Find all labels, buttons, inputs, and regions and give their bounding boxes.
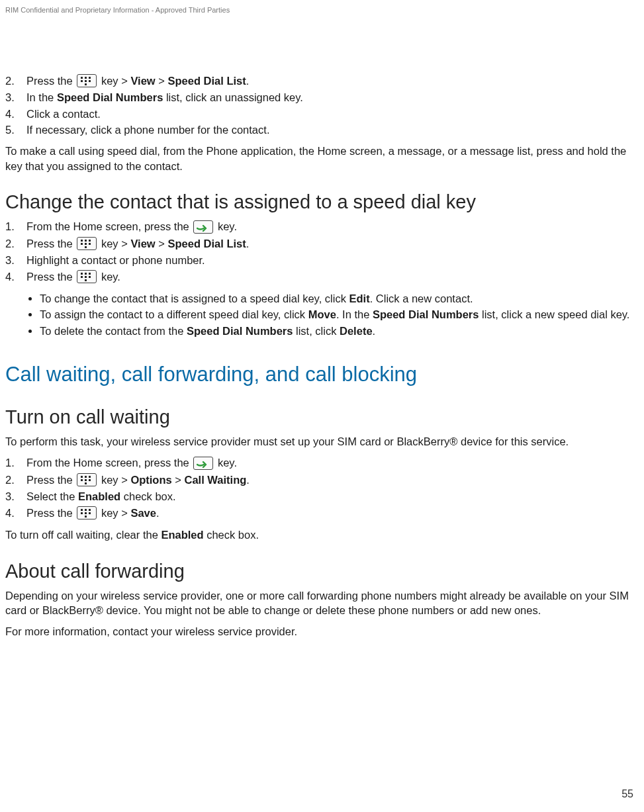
text: key > (98, 507, 130, 519)
text: . In the (336, 308, 373, 320)
list-item: 3. Highlight a contact or phone number. (5, 253, 639, 267)
text: Select the (26, 490, 78, 502)
menu-key-icon (77, 237, 97, 250)
bold-text: Speed Dial Numbers (373, 308, 479, 320)
menu-key-icon (77, 74, 97, 87)
list-body: Select the Enabled check box. (26, 489, 639, 504)
text: In the (26, 91, 57, 103)
bold-text: Enabled (161, 529, 203, 541)
text: . (373, 325, 376, 337)
list-number: 4. (5, 107, 26, 121)
bold-text: View (130, 75, 155, 87)
text: To change the contact that is assigned t… (40, 293, 349, 304)
bold-text: Edit (349, 293, 369, 304)
list-item: 4. Click a contact. (5, 107, 639, 121)
text: key > (98, 238, 130, 249)
bullet-item: To change the contact that is assigned t… (40, 291, 639, 306)
bold-text: Options (130, 474, 171, 486)
text: list, click an unassigned key. (163, 91, 303, 103)
list-item: 2. Press the key > View > Speed Dial Lis… (5, 73, 639, 89)
bold-text: View (130, 238, 155, 249)
list-item: 2. Press the key > Options > Call Waitin… (5, 473, 639, 488)
list-item: 3. Select the Enabled check box. (5, 489, 639, 504)
text: . (246, 238, 250, 249)
text: check box. (120, 490, 175, 502)
text: Press the (26, 75, 75, 87)
list-item: 4. Press the key > Save. (5, 506, 639, 521)
list-number: 2. (5, 473, 26, 487)
list-item: 5. If necessary, click a phone number fo… (5, 122, 639, 137)
list-item: 2. Press the key > View > Speed Dial Lis… (5, 236, 639, 252)
list-number: 3. (5, 90, 26, 105)
list-body: Press the key > View > Speed Dial List. (26, 73, 639, 89)
list-item: 1. From the Home screen, press the key. (5, 219, 639, 235)
page: RIM Confidential and Proprietary Informa… (0, 0, 644, 812)
section-heading-call-forwarding: About call forwarding (5, 559, 639, 584)
list-number: 3. (5, 489, 26, 504)
text: key > (98, 474, 130, 486)
text: Press the (26, 271, 75, 283)
bold-text: Speed Dial Numbers (187, 325, 293, 337)
list-body: If necessary, click a phone number for t… (26, 122, 639, 137)
text: To turn off call waiting, clear the (5, 529, 161, 541)
list-body: From the Home screen, press the key. (26, 219, 639, 235)
list-number: 1. (5, 219, 26, 234)
bold-text: Save (130, 507, 156, 519)
list-body: Click a contact. (26, 107, 639, 121)
text: To delete the contact from the (40, 325, 187, 337)
bold-text: Speed Dial List (168, 75, 246, 87)
ordered-list-top: 2. Press the key > View > Speed Dial Lis… (5, 73, 639, 137)
bullet-list-sec1: To change the contact that is assigned t… (5, 291, 639, 338)
bullet-item: To delete the contact from the Speed Dia… (40, 324, 639, 338)
list-number: 2. (5, 236, 26, 251)
list-item: 4. Press the key. (5, 269, 639, 285)
text: Press the (26, 474, 75, 486)
list-number: 2. (5, 73, 26, 88)
send-key-icon (193, 457, 213, 470)
ordered-list-sec1: 1. From the Home screen, press the key. … (5, 219, 639, 285)
paragraph: Depending on your wireless service provi… (5, 588, 639, 618)
text: To assign the contact to a different spe… (40, 308, 308, 320)
paragraph: To make a call using speed dial, from th… (5, 144, 639, 173)
bold-text: Speed Dial List (168, 238, 246, 249)
menu-key-icon (77, 473, 97, 486)
chapter-heading-call-features: Call waiting, call forwarding, and call … (5, 361, 639, 388)
bold-text: Enabled (78, 490, 120, 502)
text: check box. (204, 529, 259, 541)
list-body: Press the key > View > Speed Dial List. (26, 236, 639, 252)
menu-key-icon (77, 270, 97, 283)
text: . (246, 75, 250, 87)
text: From the Home screen, press the (26, 220, 192, 232)
list-number: 1. (5, 455, 26, 470)
list-body: Highlight a contact or phone number. (26, 253, 639, 267)
section-heading-change-contact: Change the contact that is assigned to a… (5, 189, 639, 215)
list-number: 3. (5, 253, 26, 267)
text: key. (98, 271, 120, 283)
paragraph: To turn off call waiting, clear the Enab… (5, 527, 639, 542)
text: key > (98, 75, 130, 87)
text: . (246, 474, 250, 486)
text: . (156, 507, 160, 519)
ordered-list-sec2: 1. From the Home screen, press the key. … (5, 455, 639, 521)
page-number: 55 (621, 787, 633, 801)
list-body: Press the key > Save. (26, 506, 639, 521)
list-number: 4. (5, 269, 26, 284)
menu-key-icon (77, 506, 97, 519)
bullet-item: To assign the contact to a different spe… (40, 307, 639, 322)
text: list, click a new speed dial key. (479, 308, 629, 320)
section-heading-call-waiting: Turn on call waiting (5, 404, 639, 430)
text: key. (214, 220, 237, 232)
text: > (156, 238, 168, 249)
list-body: In the Speed Dial Numbers list, click an… (26, 90, 639, 105)
list-body: Press the key. (26, 269, 639, 285)
list-body: From the Home screen, press the key. (26, 455, 639, 471)
bold-text: Call Waiting (185, 474, 247, 486)
list-body: Press the key > Options > Call Waiting. (26, 473, 639, 488)
text: . Click a new contact. (370, 293, 473, 304)
list-number: 4. (5, 506, 26, 520)
list-number: 5. (5, 122, 26, 137)
confidential-header: RIM Confidential and Proprietary Informa… (5, 5, 639, 15)
text: Press the (26, 507, 75, 519)
text: > (156, 75, 168, 87)
bold-text: Speed Dial Numbers (57, 91, 163, 103)
